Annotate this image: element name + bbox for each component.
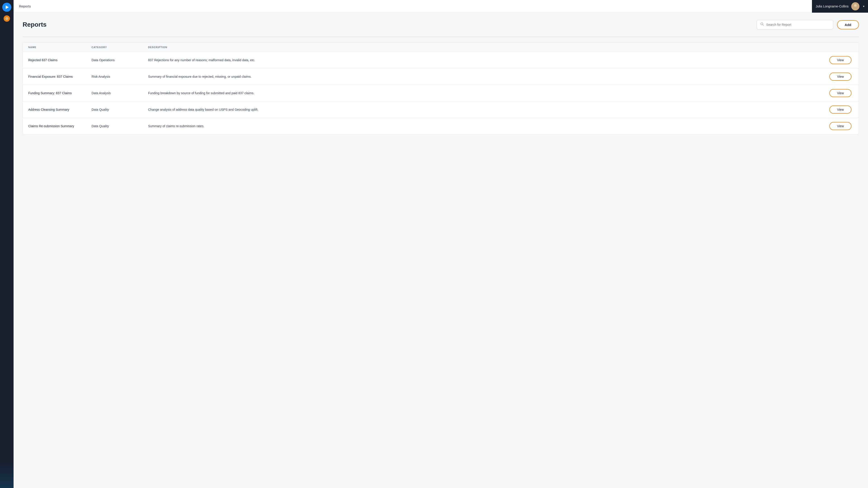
page-title: Reports (23, 21, 46, 28)
logo-play-icon (6, 5, 9, 9)
navbar-left: Reports (19, 4, 31, 8)
table-row: Rejected 837 Claims Data Operations 837 … (23, 52, 859, 68)
cell-action: View (813, 122, 853, 130)
divider (23, 37, 859, 37)
view-button[interactable]: View (829, 56, 851, 64)
cell-category: Risk Analysis (92, 75, 148, 78)
navbar-title: Reports (19, 4, 31, 8)
cell-name: Financial Exposure: 837 Claims (28, 75, 92, 78)
cell-category: Data Quality (92, 124, 148, 128)
cell-description: Change analysis of address data quality … (148, 108, 813, 111)
sidebar (0, 0, 13, 488)
search-input[interactable] (766, 23, 830, 26)
svg-point-4 (854, 4, 857, 6)
table-row: Funding Summary: 837 Claims Data Analysi… (23, 85, 859, 101)
user-name: Julia Longname-Collins (815, 4, 848, 8)
cell-description: Funding breakdown by source of funding f… (148, 91, 813, 95)
cell-category: Data Operations (92, 58, 148, 62)
cell-name: Address Cleansing Summary (28, 108, 92, 111)
cell-category: Data Quality (92, 108, 148, 111)
cell-name: Funding Summary: 837 Claims (28, 91, 92, 95)
cell-name: Rejected 837 Claims (28, 58, 92, 62)
reports-table: NAME CATEGORY DESCRIPTION Rejected 837 C… (23, 42, 859, 134)
navbar-right: Julia Longname-Collins ▾ (812, 0, 868, 13)
avatar-image (851, 2, 860, 10)
view-button[interactable]: View (829, 122, 851, 130)
cell-action: View (813, 56, 853, 64)
col-header-action (813, 46, 853, 48)
cell-description: 837 Rejections for any number of reasons… (148, 58, 813, 62)
search-icon (761, 22, 764, 27)
page-header: Reports Add (23, 20, 859, 29)
table-row: Financial Exposure: 837 Claims Risk Anal… (23, 68, 859, 85)
main-wrapper: Reports Julia Longname-Collins ▾ Reports (13, 0, 868, 488)
view-button[interactable]: View (829, 89, 851, 97)
app-logo[interactable] (2, 3, 11, 12)
table-row: Claims Re-submission Summary Data Qualit… (23, 118, 859, 134)
view-button[interactable]: View (829, 72, 851, 80)
add-button[interactable]: Add (837, 20, 859, 29)
table-header-row: NAME CATEGORY DESCRIPTION (23, 43, 859, 52)
cell-action: View (813, 72, 853, 80)
view-button[interactable]: View (829, 105, 851, 113)
col-header-category: CATEGORY (92, 46, 148, 48)
col-header-name: NAME (28, 46, 92, 48)
sidebar-background (0, 461, 13, 488)
avatar[interactable] (851, 2, 860, 10)
navbar: Reports Julia Longname-Collins ▾ (13, 0, 868, 13)
cell-action: View (813, 105, 853, 113)
col-header-description: DESCRIPTION (148, 46, 813, 48)
table-row: Address Cleansing Summary Data Quality C… (23, 101, 859, 118)
cell-category: Data Analysis (92, 91, 148, 95)
cell-action: View (813, 89, 853, 97)
svg-point-3 (853, 7, 858, 10)
secondary-logo-icon (5, 17, 8, 20)
page-content: Reports Add NAME CA (13, 13, 868, 488)
cell-description: Summary of financial exposure due to rej… (148, 75, 813, 78)
cell-description: Summary of claims re-submission rates. (148, 124, 813, 128)
secondary-logo[interactable] (4, 15, 10, 22)
header-actions: Add (756, 20, 859, 29)
search-container[interactable] (756, 20, 833, 29)
chevron-down-icon[interactable]: ▾ (863, 5, 864, 8)
cell-name: Claims Re-submission Summary (28, 124, 92, 128)
